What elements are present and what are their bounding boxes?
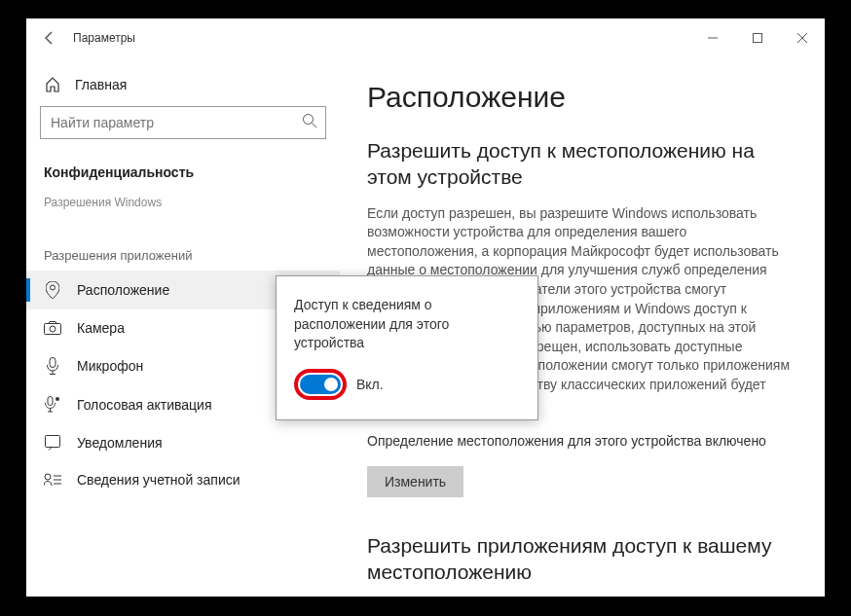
notification-icon [44,435,61,451]
home-icon [44,77,61,92]
home-link[interactable]: Главная [26,71,340,106]
toggle-highlight [294,369,347,400]
home-label: Главная [75,77,127,92]
maximize-button[interactable] [735,22,780,54]
svg-point-4 [304,115,314,125]
camera-icon [44,321,61,335]
svg-line-5 [313,124,317,128]
location-toggle[interactable] [300,375,341,394]
account-info-icon [44,473,61,487]
svg-point-11 [56,397,59,401]
search-icon [302,113,317,132]
svg-rect-10 [48,397,53,406]
back-button[interactable] [34,22,65,54]
window-title: Параметры [73,31,135,45]
popup-title: Доступ к сведениям о расположении для эт… [294,296,520,353]
svg-rect-9 [50,358,56,368]
svg-rect-1 [754,34,762,43]
sidebar-item-label: Камера [77,320,125,336]
location-access-popup: Доступ к сведениям о расположении для эт… [276,275,538,420]
sidebar-item-label: Расположение [77,282,169,298]
svg-rect-7 [45,324,61,335]
search-box[interactable] [40,106,326,139]
svg-rect-12 [46,436,60,448]
group-label: Разрешения приложений [26,221,340,271]
sidebar-item-label: Уведомления [77,435,163,451]
section-title: Конфиденциальность [26,157,340,192]
window-controls [690,22,825,54]
microphone-icon [44,357,61,375]
close-button[interactable] [780,22,825,54]
search-input[interactable] [51,115,302,130]
section-sub: Разрешения Windows [26,192,340,221]
change-button[interactable]: Изменить [367,466,463,497]
titlebar: Параметры [26,18,825,57]
minimize-button[interactable] [690,22,735,54]
sidebar-item-label: Сведения учетной записи [77,472,240,488]
svg-point-13 [45,474,51,480]
section-heading-1: Разрешить доступ к местоположению на это… [367,137,797,191]
toggle-row: Вкл. [294,369,520,400]
toggle-state-label: Вкл. [356,377,384,392]
sidebar-item-label: Голосовая активация [77,397,212,413]
svg-point-8 [50,326,56,332]
sidebar-item-label: Микрофон [77,358,143,374]
voice-activation-icon [44,396,61,414]
location-icon [44,281,61,299]
sidebar-item-account-info[interactable]: Сведения учетной записи [26,461,340,498]
location-status: Определение местоположения для этого уст… [367,433,797,449]
sidebar-item-notifications[interactable]: Уведомления [26,424,340,461]
page-heading: Расположение [367,81,797,114]
svg-point-6 [51,285,56,290]
section-heading-2: Разрешить приложениям доступ к вашему ме… [367,532,797,586]
